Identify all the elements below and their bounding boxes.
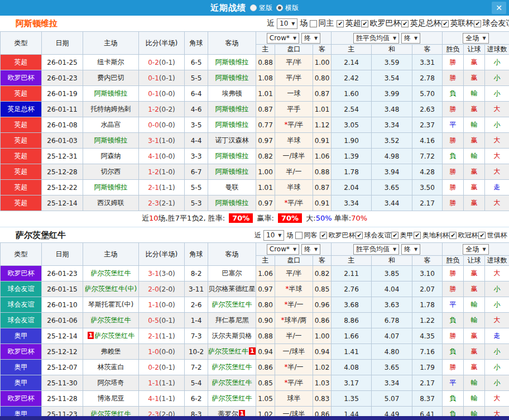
home-team-link[interactable]: 琴斯托霍瓦(中): [83, 297, 139, 313]
league-filter-checkbox[interactable]: ✔世俱杯: [478, 231, 507, 240]
home-team-link[interactable]: 阿斯顿维拉: [83, 86, 139, 102]
avg-odds-select[interactable]: 胜平负均值▼: [353, 33, 399, 44]
result-handicap: 赢: [464, 328, 485, 344]
checkbox-checked-icon[interactable]: ✔: [361, 20, 368, 27]
home-team-link[interactable]: 切尔西: [83, 164, 139, 180]
away-team-link[interactable]: 巴塞尔: [208, 266, 256, 281]
checkbox-checked-icon[interactable]: ✔: [391, 232, 398, 239]
home-team-link[interactable]: 费内巴切: [83, 70, 139, 86]
col-header-away: 客场: [208, 32, 256, 55]
radio-icon[interactable]: [250, 4, 257, 11]
radio-vertical-layout[interactable]: 竖版: [250, 3, 272, 13]
corner-score: 3-11: [185, 281, 208, 297]
home-team-link[interactable]: 萨尔茨堡红牛: [83, 266, 139, 281]
away-team-link[interactable]: 拜仁慕尼黑: [208, 313, 256, 328]
checkbox-checked-icon[interactable]: ✔: [320, 232, 327, 239]
home-team-link[interactable]: 萨尔茨堡红牛(中): [83, 281, 139, 297]
match-row: 欧罗巴杯26-01-23萨尔茨堡红牛3-1(3-0)8-2巴塞尔1.06平/半0…: [1, 266, 509, 281]
radio-selected-icon[interactable]: [276, 4, 283, 11]
checkbox-unchecked-icon[interactable]: [295, 232, 302, 239]
checkbox-checked-icon[interactable]: ✔: [449, 232, 457, 239]
league-filter-checkbox[interactable]: ✔欧罗巴杯: [320, 231, 356, 240]
home-team-link[interactable]: 阿森纳: [83, 149, 139, 164]
handicap-line: 半球: [275, 180, 313, 195]
section-aston-villa: 阿斯顿维拉 近 10▼ 场 同主 ✔英超✔欧罗巴杯✔英足总杯✔英联杯✔球会友谊✔…: [0, 16, 509, 227]
away-team-link[interactable]: 曼联: [208, 180, 256, 195]
close-button[interactable]: ✕: [492, 2, 506, 14]
odds-stage-select[interactable]: 终▼: [301, 244, 320, 255]
avg-odds-header: 胜平负均值▼ 终▼: [332, 243, 443, 256]
away-team-link[interactable]: 阿斯顿维拉: [208, 195, 256, 211]
checkbox-checked-icon[interactable]: ✔: [356, 232, 363, 239]
checkbox-checked-icon[interactable]: ✔: [441, 20, 449, 27]
league-filter-checkbox[interactable]: ✔英超: [337, 18, 361, 28]
away-team-link[interactable]: 萨尔茨堡红牛: [208, 391, 256, 407]
result-wdl: 負: [443, 313, 464, 328]
league-filter-checkbox[interactable]: ✔英联杯: [441, 18, 474, 28]
away-team-link[interactable]: 萨尔茨堡红牛: [208, 297, 256, 313]
checkbox-checked-icon[interactable]: ✔: [474, 20, 481, 27]
league-filter-checkbox[interactable]: ✔奥甲: [391, 231, 414, 240]
home-team-link[interactable]: 纽卡斯尔: [83, 55, 139, 70]
away-team-link[interactable]: 萨尔茨堡红牛1: [208, 344, 256, 360]
handicap-away-odds: 1.03: [313, 375, 332, 391]
home-team-link[interactable]: 水晶宫: [83, 117, 139, 133]
home-team-link[interactable]: 阿斯顿维拉: [83, 133, 139, 149]
home-team-link[interactable]: 1萨尔茨堡红牛: [83, 328, 139, 344]
league-filter-checkbox[interactable]: ✔球会友谊: [356, 231, 391, 240]
avg-stage-select[interactable]: 终▼: [401, 33, 420, 44]
away-team-link[interactable]: 萨尔茨堡红牛: [208, 360, 256, 375]
away-team-link[interactable]: 阿斯顿维拉: [208, 149, 256, 164]
match-type-badge: 英超: [1, 180, 42, 195]
avg-odds-select[interactable]: 胜平负均值▼: [353, 244, 399, 255]
home-team-link[interactable]: 萨尔茨堡红牛: [83, 313, 139, 328]
checkbox-checked-icon[interactable]: ✔: [401, 20, 409, 27]
radio-horizontal-layout[interactable]: 横版: [276, 3, 299, 13]
match-count-select[interactable]: 10▼: [263, 230, 284, 241]
odds-company-select[interactable]: Crow*▼: [267, 244, 299, 255]
checkbox-checked-icon[interactable]: ✔: [337, 20, 344, 27]
away-team-link[interactable]: 诺丁汉森林: [208, 133, 256, 149]
away-team-link[interactable]: 萨尔茨堡红牛: [208, 375, 256, 391]
corner-score: 6-7: [185, 164, 208, 180]
checkbox-checked-icon[interactable]: ✔: [414, 232, 421, 239]
match-date: 26-01-06: [42, 313, 83, 328]
sub-header-handicap: 盘口: [275, 256, 313, 266]
league-filter-checkbox[interactable]: ✔欧冠杯: [449, 231, 478, 240]
home-team-link[interactable]: 博洛尼亚: [83, 391, 139, 407]
away-team-link[interactable]: 沃尔夫斯贝格: [208, 328, 256, 344]
same-venue-filter[interactable]: 同客: [295, 231, 318, 240]
result-goals: 走: [485, 328, 509, 344]
league-filter-checkbox[interactable]: ✔欧罗巴杯: [361, 18, 401, 28]
same-venue-filter[interactable]: 同主: [310, 18, 334, 28]
avg-stage-select[interactable]: 终▼: [401, 244, 420, 255]
win-rate-badge: 70%: [229, 213, 253, 223]
home-team-link[interactable]: 阿斯顿维拉: [83, 180, 139, 195]
match-count-select[interactable]: 10▼: [277, 18, 297, 29]
home-team-link[interactable]: 阿尔塔奇: [83, 375, 139, 391]
away-team-link[interactable]: 阿斯顿维拉: [208, 70, 256, 86]
away-team-link[interactable]: 阿斯顿维拉: [208, 117, 256, 133]
odds-stage-select[interactable]: 终▼: [301, 33, 320, 44]
away-team-link[interactable]: 贝尔格莱德红星: [208, 281, 256, 297]
home-team-link[interactable]: 西汉姆联: [83, 195, 139, 211]
checkbox-unchecked-icon[interactable]: [310, 20, 317, 27]
away-team-link[interactable]: 阿斯顿维拉: [208, 102, 256, 117]
result-wdl: 平: [443, 117, 464, 133]
home-team-link[interactable]: 托特纳姆热刺: [83, 102, 139, 117]
sub-header-handicap: 盘口: [275, 45, 313, 55]
checkbox-checked-icon[interactable]: ✔: [478, 232, 486, 239]
away-team-link[interactable]: 阿斯顿维拉: [208, 164, 256, 180]
league-filter-checkbox[interactable]: ✔球会友谊: [474, 18, 509, 28]
avg-home-odds: 4.08: [332, 360, 372, 375]
match-type-badge: 球会友谊: [1, 281, 42, 297]
odds-company-select[interactable]: Crow*▼: [267, 33, 299, 44]
away-team-link[interactable]: 埃弗顿: [208, 86, 256, 102]
league-filter-checkbox[interactable]: ✔英足总杯: [401, 18, 441, 28]
away-team-link[interactable]: 阿斯顿维拉: [208, 55, 256, 70]
scope-select[interactable]: 全场▼: [463, 33, 488, 44]
league-filter-checkbox[interactable]: ✔奥地利杯: [414, 231, 449, 240]
home-team-link[interactable]: 林茨蓝白: [83, 360, 139, 375]
scope-select[interactable]: 全场▼: [463, 244, 488, 255]
home-team-link[interactable]: 弗赖堡: [83, 344, 139, 360]
